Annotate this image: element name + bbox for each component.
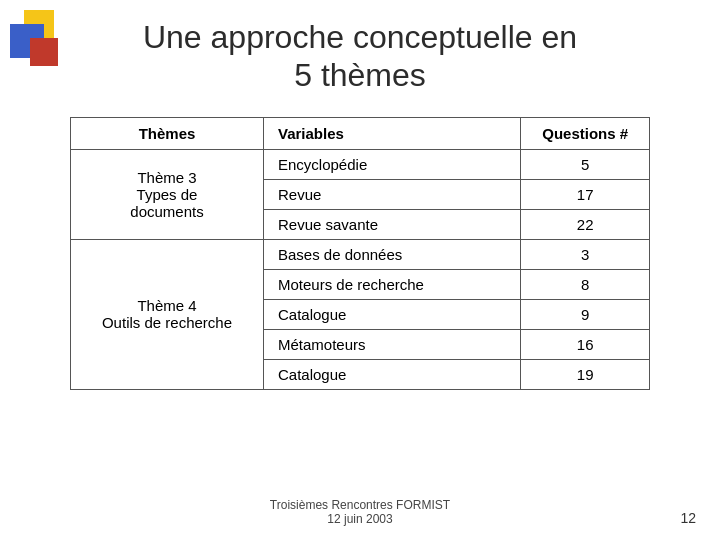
header-questions: Questions # xyxy=(521,117,650,149)
deco-red xyxy=(30,38,58,66)
table-row: Thème 4 Outils de recherche Bases de don… xyxy=(71,239,650,269)
cell-catalogue1: Catalogue xyxy=(264,299,521,329)
table-wrapper: Thèmes Variables Questions # Thème 3 Typ… xyxy=(0,117,720,390)
decoration xyxy=(10,10,70,70)
cell-theme3: Thème 3 Types de documents xyxy=(71,149,264,239)
theme3-sublabel: Types de xyxy=(137,186,198,203)
cell-q19: 19 xyxy=(521,359,650,389)
cell-bases: Bases de données xyxy=(264,239,521,269)
cell-theme4: Thème 4 Outils de recherche xyxy=(71,239,264,389)
page-number: 12 xyxy=(680,510,696,526)
cell-catalogue2: Catalogue xyxy=(264,359,521,389)
cell-q22: 22 xyxy=(521,209,650,239)
cell-q5: 5 xyxy=(521,149,650,179)
cell-revue: Revue xyxy=(264,179,521,209)
theme3-label: Thème 3 xyxy=(137,169,196,186)
cell-q3: 3 xyxy=(521,239,650,269)
header-themes: Thèmes xyxy=(71,117,264,149)
title-line2: 5 thèmes xyxy=(294,57,426,93)
theme4-sublabel: Outils de recherche xyxy=(102,314,232,331)
data-table: Thèmes Variables Questions # Thème 3 Typ… xyxy=(70,117,650,390)
theme3-sublabel2: documents xyxy=(130,203,203,220)
page-title: Une approche conceptuelle en 5 thèmes xyxy=(0,0,720,95)
table-header-row: Thèmes Variables Questions # xyxy=(71,117,650,149)
cell-q8: 8 xyxy=(521,269,650,299)
footer-line1: Troisièmes Rencontres FORMIST xyxy=(270,498,450,512)
cell-moteurs: Moteurs de recherche xyxy=(264,269,521,299)
footer: Troisièmes Rencontres FORMIST 12 juin 20… xyxy=(0,498,720,526)
title-line1: Une approche conceptuelle en xyxy=(143,19,577,55)
cell-encyclopedie: Encyclopédie xyxy=(264,149,521,179)
header-variables: Variables xyxy=(264,117,521,149)
theme4-label: Thème 4 xyxy=(137,297,196,314)
cell-q9: 9 xyxy=(521,299,650,329)
cell-metamoteurs: Métamoteurs xyxy=(264,329,521,359)
cell-q16: 16 xyxy=(521,329,650,359)
cell-q17: 17 xyxy=(521,179,650,209)
footer-line2: 12 juin 2003 xyxy=(327,512,392,526)
table-row: Thème 3 Types de documents Encyclopédie … xyxy=(71,149,650,179)
cell-revue-savante: Revue savante xyxy=(264,209,521,239)
